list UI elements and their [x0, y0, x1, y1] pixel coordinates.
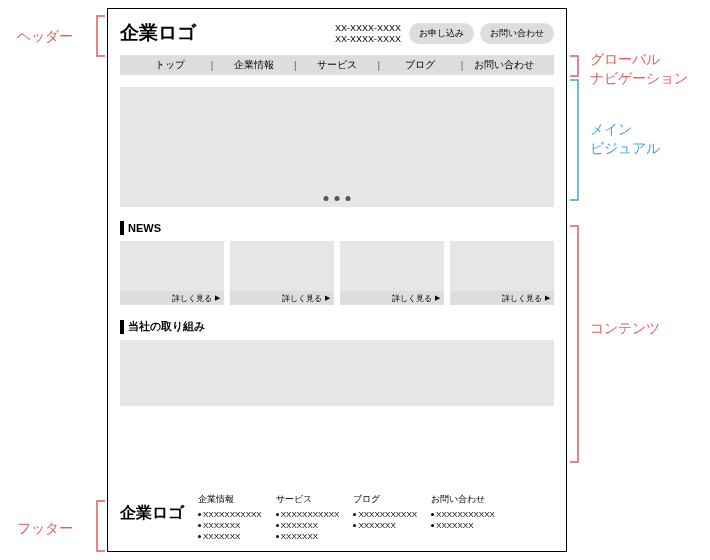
footer-link[interactable]: XXXXXXX — [198, 521, 262, 530]
title-bar-icon — [120, 221, 124, 235]
footer-link[interactable]: XXXXXXXXXXX — [276, 510, 340, 519]
news-card: 詳しく見る▶ — [230, 241, 334, 305]
news-more-link[interactable]: 詳しく見る▶ — [120, 291, 224, 305]
carousel-dots — [324, 196, 351, 201]
news-thumb — [450, 241, 554, 291]
title-bar-icon — [120, 320, 124, 334]
tri-right-icon: ▶ — [545, 294, 550, 302]
header-contact: XX-XXXX-XXXX XX-XXXX-XXXX お申し込み お問い合わせ — [335, 23, 554, 44]
bracket-header — [96, 15, 106, 57]
site-logo[interactable]: 企業ロゴ — [120, 20, 196, 46]
footer-head: サービス — [276, 493, 340, 506]
news-label: NEWS — [128, 222, 161, 234]
footer-link[interactable]: XXXXXXX — [353, 521, 417, 530]
apply-button[interactable]: お申し込み — [409, 23, 474, 44]
annotation-header: ヘッダー — [17, 28, 73, 46]
tri-right-icon: ▶ — [215, 294, 220, 302]
footer-head: 企業情報 — [198, 493, 262, 506]
global-nav: トップ | 企業情報 | サービス | ブログ | お問い合わせ — [120, 55, 554, 75]
phone-2: XX-XXXX-XXXX — [335, 34, 401, 44]
tri-right-icon: ▶ — [435, 294, 440, 302]
carousel-dot[interactable] — [335, 196, 340, 201]
main-visual — [120, 87, 554, 207]
footer-link[interactable]: XXXXXXX — [276, 532, 340, 541]
annotation-contents: コンテンツ — [590, 320, 660, 338]
news-more-link[interactable]: 詳しく見る▶ — [340, 291, 444, 305]
initiatives-label: 当社の取り組み — [128, 319, 205, 334]
news-more-link[interactable]: 詳しく見る▶ — [450, 291, 554, 305]
page-wireframe: 企業ロゴ XX-XXXX-XXXX XX-XXXX-XXXX お申し込み お問い… — [107, 8, 567, 552]
footer-link[interactable]: XXXXXXX — [198, 532, 262, 541]
footer-link[interactable]: XXXXXXX — [276, 521, 340, 530]
annotation-gnav: グローバルナビゲーション — [590, 50, 688, 88]
footer-col-0: 企業情報 XXXXXXXXXXX XXXXXXX XXXXXXX — [198, 493, 262, 541]
initiatives-banner — [120, 340, 554, 406]
header: 企業ロゴ XX-XXXX-XXXX XX-XXXX-XXXX お申し込み お問い… — [120, 19, 554, 47]
footer-link[interactable]: XXXXXXXXXXX — [431, 510, 495, 519]
gnav-item-2[interactable]: サービス — [297, 58, 378, 72]
news-card: 詳しく見る▶ — [450, 241, 554, 305]
news-more-link[interactable]: 詳しく見る▶ — [230, 291, 334, 305]
footer-link[interactable]: XXXXXXXXXXX — [353, 510, 417, 519]
section-title-initiatives: 当社の取り組み — [120, 319, 554, 334]
contact-button[interactable]: お問い合わせ — [480, 23, 554, 44]
footer-col-1: サービス XXXXXXXXXXX XXXXXXX XXXXXXX — [276, 493, 340, 541]
annotation-main-visual: メインビジュアル — [590, 120, 660, 158]
bracket-contents — [569, 225, 579, 463]
phone-numbers: XX-XXXX-XXXX XX-XXXX-XXXX — [335, 23, 401, 44]
bracket-main-visual — [569, 79, 579, 201]
carousel-dot[interactable] — [324, 196, 329, 201]
carousel-dot[interactable] — [346, 196, 351, 201]
footer-link[interactable]: XXXXXXX — [431, 521, 495, 530]
news-thumb — [230, 241, 334, 291]
news-row: 詳しく見る▶ 詳しく見る▶ 詳しく見る▶ 詳しく見る▶ — [120, 241, 554, 305]
footer: 企業ロゴ 企業情報 XXXXXXXXXXX XXXXXXX XXXXXXX サー… — [120, 493, 554, 541]
footer-logo[interactable]: 企業ロゴ — [120, 493, 184, 524]
section-title-news: NEWS — [120, 221, 554, 235]
footer-link[interactable]: XXXXXXXXXXX — [198, 510, 262, 519]
annotation-footer: フッター — [17, 520, 73, 538]
gnav-item-0[interactable]: トップ — [130, 58, 211, 72]
news-thumb — [120, 241, 224, 291]
news-card: 詳しく見る▶ — [340, 241, 444, 305]
gnav-item-3[interactable]: ブログ — [380, 58, 461, 72]
news-card: 詳しく見る▶ — [120, 241, 224, 305]
tri-right-icon: ▶ — [325, 294, 330, 302]
footer-col-2: ブログ XXXXXXXXXXX XXXXXXX — [353, 493, 417, 530]
gnav-item-4[interactable]: お問い合わせ — [463, 58, 544, 72]
phone-1: XX-XXXX-XXXX — [335, 23, 401, 33]
news-thumb — [340, 241, 444, 291]
footer-head: お問い合わせ — [431, 493, 495, 506]
footer-head: ブログ — [353, 493, 417, 506]
footer-col-3: お問い合わせ XXXXXXXXXXX XXXXXXX — [431, 493, 495, 530]
gnav-item-1[interactable]: 企業情報 — [213, 58, 294, 72]
bracket-footer — [96, 500, 106, 552]
bracket-gnav — [569, 55, 579, 77]
